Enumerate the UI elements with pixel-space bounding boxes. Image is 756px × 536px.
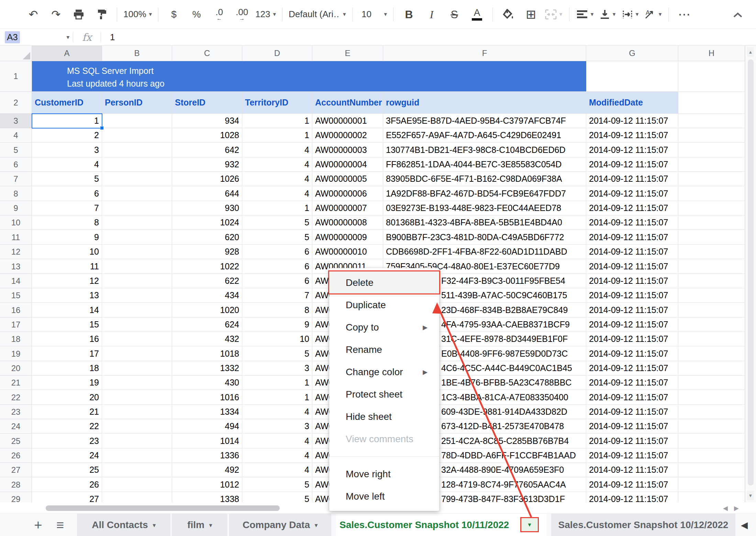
column-header-D[interactable]: D	[242, 46, 312, 61]
row-header-14[interactable]: 14	[0, 274, 32, 288]
vertical-scrollbar-thumb[interactable]	[748, 59, 754, 485]
cell-storeid[interactable]: 1336	[172, 448, 242, 463]
grid-cell[interactable]	[678, 259, 745, 274]
scroll-left-icon[interactable]: ◀	[723, 504, 728, 512]
cell-modifieddate[interactable]: 2014-09-12 11:15:07	[586, 419, 678, 434]
cell-storeid[interactable]: 642	[172, 143, 242, 157]
menu-item-hide-sheet[interactable]: Hide sheet	[329, 405, 439, 428]
menu-item-move-left[interactable]: Move left	[329, 485, 439, 507]
cell-territoryid[interactable]: 3	[242, 419, 312, 434]
cell-modifieddate[interactable]: 2014-09-12 11:15:07	[586, 405, 678, 419]
cell-modifieddate[interactable]: 2014-09-12 11:15:07	[586, 201, 678, 215]
cell-personid[interactable]	[102, 390, 172, 405]
cell-customerid[interactable]: 9	[32, 230, 102, 245]
grid-cell[interactable]	[678, 215, 745, 230]
cell-storeid[interactable]: 1014	[172, 434, 242, 448]
cell-territoryid[interactable]: 7	[242, 288, 312, 303]
cell-modifieddate[interactable]: 2014-09-12 11:15:07	[586, 390, 678, 405]
cell-accountnumber[interactable]: AW00000003	[312, 143, 383, 157]
cell-rowguid[interactable]: B900BB7F-23C3-481D-80DA-C49A5BD6F772	[383, 230, 586, 245]
column-header-A[interactable]: A	[32, 46, 102, 61]
scroll-down-icon[interactable]: ▼	[747, 491, 754, 500]
grid-cell[interactable]	[678, 128, 745, 143]
row-header-9[interactable]: 9	[0, 201, 32, 215]
cell-customerid[interactable]: 26	[32, 478, 102, 492]
cell-storeid[interactable]: 432	[172, 332, 242, 346]
cell-personid[interactable]	[102, 157, 172, 172]
cell-personid[interactable]	[102, 332, 172, 346]
cell-storeid[interactable]: 1026	[172, 172, 242, 186]
row-header-2[interactable]: 2	[0, 92, 32, 114]
grid-cell[interactable]	[678, 274, 745, 288]
cell-storeid[interactable]: 1020	[172, 303, 242, 317]
grid-cell[interactable]	[678, 332, 745, 346]
grid-cell[interactable]	[678, 303, 745, 317]
cell-customerid[interactable]: 3	[32, 143, 102, 157]
cell-modifieddate[interactable]: 2014-09-12 11:15:07	[586, 434, 678, 448]
cell-customerid[interactable]: 14	[32, 303, 102, 317]
cell-rowguid[interactable]: 83905BDC-6F5E-4F71-B162-C98DA069F38A	[383, 172, 586, 186]
grid-cell[interactable]	[678, 245, 745, 259]
cell-territoryid[interactable]: 5	[242, 230, 312, 245]
cell-modifieddate[interactable]: 2014-09-12 11:15:07	[586, 230, 678, 245]
cell-customerid[interactable]: 23	[32, 434, 102, 448]
cell-storeid[interactable]: 492	[172, 463, 242, 477]
cell-customerid[interactable]: 17	[32, 347, 102, 361]
cell-storeid[interactable]: 644	[172, 187, 242, 201]
cell-territoryid[interactable]: 1	[242, 114, 312, 128]
cell-storeid[interactable]: 928	[172, 245, 242, 259]
cell-territoryid[interactable]: 1	[242, 376, 312, 390]
row-header-26[interactable]: 26	[0, 448, 32, 463]
row-header-28[interactable]: 28	[0, 478, 32, 492]
scroll-up-icon[interactable]: ▲	[747, 47, 754, 57]
field-header-modifieddate[interactable]: ModifiedDate	[586, 92, 678, 114]
cell-modifieddate[interactable]: 2014-09-12 11:15:07	[586, 215, 678, 230]
cell-territoryid[interactable]: 8	[242, 303, 312, 317]
cell-modifieddate[interactable]: 2014-09-12 11:15:07	[586, 288, 678, 303]
vertical-scrollbar[interactable]: ▲ ▼	[745, 46, 756, 502]
cell-customerid[interactable]: 16	[32, 332, 102, 346]
cell-modifieddate[interactable]: 2014-09-12 11:15:07	[586, 157, 678, 172]
cell-storeid[interactable]: 620	[172, 230, 242, 245]
cell-personid[interactable]	[102, 347, 172, 361]
row-header-11[interactable]: 11	[0, 230, 32, 245]
row-header-13[interactable]: 13	[0, 259, 32, 274]
menu-item-move-right[interactable]: Move right	[329, 463, 439, 485]
row-header-10[interactable]: 10	[0, 215, 32, 230]
row-header-6[interactable]: 6	[0, 157, 32, 172]
cell-personid[interactable]	[102, 405, 172, 419]
cell-modifieddate[interactable]: 2014-09-12 11:15:07	[586, 128, 678, 143]
cell-customerid[interactable]: 12	[32, 274, 102, 288]
cell-personid[interactable]	[102, 478, 172, 492]
row-header-27[interactable]: 27	[0, 463, 32, 477]
cell-customerid[interactable]: 4	[32, 157, 102, 172]
cell-modifieddate[interactable]: 2014-09-12 11:15:07	[586, 114, 678, 128]
cell-territoryid[interactable]: 6	[242, 274, 312, 288]
row-header-7[interactable]: 7	[0, 172, 32, 186]
cell-territoryid[interactable]: 5	[242, 215, 312, 230]
grid-cell[interactable]	[678, 172, 745, 186]
cell-rowguid[interactable]: 801368B1-4323-4BFA-8BEA-5B5B1E4BD4A0	[383, 215, 586, 230]
cell-rowguid[interactable]: 3F5AE95E-B87D-4AED-95B4-C3797AFCB74F	[383, 114, 586, 128]
select-all-corner[interactable]	[0, 46, 32, 61]
grid-cell[interactable]	[678, 390, 745, 405]
menu-item-protect-sheet[interactable]: Protect sheet	[329, 383, 439, 405]
cell-modifieddate[interactable]: 2014-09-12 11:15:07	[586, 245, 678, 259]
row-header-17[interactable]: 17	[0, 317, 32, 332]
sheet-tab-all-contacts[interactable]: All Contacts ▾	[77, 514, 170, 536]
cell-modifieddate[interactable]: 2014-09-12 11:15:07	[586, 448, 678, 463]
cell-modifieddate[interactable]: 2014-09-12 11:15:07	[586, 492, 678, 502]
cell-accountnumber[interactable]: AW00000009	[312, 230, 383, 245]
cell-personid[interactable]	[102, 419, 172, 434]
field-header-territoryid[interactable]: TerritoryID	[242, 92, 312, 114]
cell-accountnumber[interactable]: AW00000006	[312, 187, 383, 201]
cell-storeid[interactable]: 1018	[172, 347, 242, 361]
cell-personid[interactable]	[102, 361, 172, 376]
grid-cell[interactable]	[678, 143, 745, 157]
cell-territoryid[interactable]: 6	[242, 245, 312, 259]
cell-customerid[interactable]: 27	[32, 492, 102, 502]
cell-customerid[interactable]: 25	[32, 463, 102, 477]
cell-storeid[interactable]: 624	[172, 317, 242, 332]
sheet-tab-film[interactable]: film ▾	[172, 514, 227, 536]
field-header-rowguid[interactable]: rowguid	[383, 92, 586, 114]
